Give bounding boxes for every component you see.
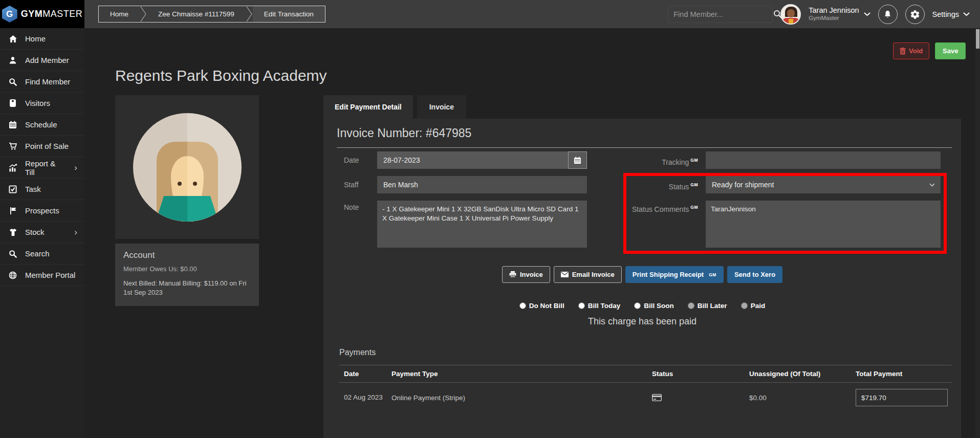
staff-input[interactable] (377, 176, 587, 193)
payment-date: 02 Aug 2023 (339, 383, 387, 411)
radio-bill-soon[interactable]: Bill Soon (634, 302, 674, 310)
date-input[interactable] (377, 151, 587, 169)
topbar: G GYMMASTER Home Zee Chmaisse #1117599 E… (0, 0, 980, 28)
user-menu[interactable]: Taran Jennison GymMaster (809, 6, 870, 22)
sidebar-item-member-portal[interactable]: Member Portal (0, 265, 84, 286)
sidebar-item-point-of-sale[interactable]: Point of Sale (0, 136, 84, 157)
charge-paid-message: This charge has been paid (323, 316, 961, 327)
flag-icon (8, 207, 17, 215)
user-name: Taran Jennison (809, 6, 859, 15)
radio-dot (634, 302, 641, 309)
sidebar-label: Report & Till (25, 159, 67, 177)
sidebar-item-home[interactable]: Home (0, 28, 84, 50)
find-member-icon (8, 78, 17, 86)
transaction-panel: Edit Payment Detail Invoice Invoice Numb… (323, 95, 961, 438)
printer-icon (509, 271, 516, 278)
member-avatar (133, 113, 242, 222)
tab-invoice[interactable]: Invoice (417, 95, 466, 119)
sidebar-label: Search (25, 249, 77, 258)
sidebar-item-visitors[interactable]: Visitors (0, 93, 84, 114)
calendar-icon (574, 157, 581, 164)
sidebar-label: Prospects (25, 206, 77, 215)
bell-icon (883, 10, 892, 19)
status-label: StatusGM (590, 176, 698, 195)
calendar-picker-button[interactable] (568, 151, 587, 169)
sidebar-label: Point of Sale (25, 142, 77, 150)
breadcrumb-separator-icon (246, 6, 253, 22)
payments-header-row: Date Payment Type Status Unassigned (Of … (339, 365, 952, 383)
payment-type: Online Payment (Stripe) (387, 383, 647, 411)
settings-label: Settings (932, 10, 959, 18)
payments-table: Date Payment Type Status Unassigned (Of … (339, 365, 952, 411)
gm-badge: GM (690, 205, 698, 210)
edit-payment-detail-body: Invoice Number: #647985 Date Staff Note … (323, 119, 961, 438)
total-payment-input[interactable] (856, 389, 948, 406)
gymmaster-app: G GYMMASTER Home Zee Chmaisse #1117599 E… (0, 0, 980, 438)
sidebar-label: Home (25, 34, 77, 43)
sidebar-item-prospects[interactable]: Prospects (0, 200, 84, 222)
tracking-input[interactable] (706, 151, 941, 169)
save-button[interactable]: Save (935, 42, 966, 59)
sidebar-item-stock[interactable]: Stock › (0, 222, 84, 243)
logo-hexagon-icon: G (2, 6, 17, 23)
sidebar-item-search[interactable]: Search (0, 243, 84, 265)
note-textarea[interactable]: - 1 X Gatekeeper Mini 1 X 32GB SanDisk U… (377, 201, 587, 248)
breadcrumb: Home Zee Chmaisse #1117599 Edit Transact… (98, 6, 325, 23)
account-heading: Account (123, 250, 251, 260)
print-shipping-receipt-button[interactable]: Print Shipping ReceiptGM (625, 266, 724, 283)
avatar-shirt-stripe (789, 19, 793, 25)
task-check-icon (8, 185, 17, 193)
sidebar-label: Task (25, 185, 77, 193)
void-button[interactable]: Void (893, 42, 929, 59)
user-avatar[interactable] (780, 4, 801, 25)
tab-edit-payment-detail[interactable]: Edit Payment Detail (323, 95, 413, 119)
status-comments-textarea[interactable]: TaranJennison (706, 201, 941, 248)
radio-bill-today[interactable]: Bill Today (578, 302, 621, 310)
brand-text: GYMMASTER (21, 9, 83, 19)
chevron-right-icon: › (74, 163, 77, 172)
sidebar-label: Add Member (25, 56, 77, 64)
radio-bill-later[interactable]: Bill Later (688, 302, 727, 310)
home-icon (8, 35, 17, 43)
radio-paid[interactable]: Paid (741, 302, 766, 310)
breadcrumb-member[interactable]: Zee Chmaisse #1117599 (147, 6, 246, 22)
sidebar-label: Find Member (25, 77, 77, 86)
col-status: Status (647, 365, 745, 382)
col-payment-type: Payment Type (387, 365, 647, 382)
add-member-icon (8, 56, 17, 64)
sidebar-label: Visitors (25, 99, 77, 107)
email-invoice-button[interactable]: Email Invoice (554, 266, 622, 283)
date-field (377, 151, 587, 169)
chart-icon (8, 164, 17, 172)
sidebar-item-find-member[interactable]: Find Member (0, 71, 84, 93)
date-label: Date (344, 151, 359, 169)
settings-gear-button[interactable] (905, 5, 925, 24)
col-total-payment: Total Payment (851, 365, 952, 382)
breadcrumb-edit-transaction[interactable]: Edit Transaction (253, 6, 325, 22)
gymmaster-logo[interactable]: G GYMMASTER (0, 0, 84, 28)
settings-menu[interactable]: Settings (932, 10, 970, 18)
gm-badge: GM (690, 158, 698, 163)
account-panel: Account Member Owes Us: $0.00 Next Bille… (115, 244, 259, 306)
sidebar-item-add-member[interactable]: Add Member (0, 50, 84, 71)
status-select[interactable]: Ready for shipment (706, 176, 941, 193)
sidebar-item-task[interactable]: Task (0, 179, 84, 200)
envelope-icon (561, 272, 569, 277)
notifications-button[interactable] (878, 5, 898, 24)
note-label: Note (344, 202, 359, 212)
sidebar-item-schedule[interactable]: Schedule (0, 114, 84, 136)
find-member-search (668, 6, 773, 23)
radio-dot (578, 302, 585, 309)
payment-total-cell (851, 383, 952, 411)
scrollbar-thumb[interactable] (976, 29, 979, 49)
breadcrumb-home[interactable]: Home (99, 6, 140, 22)
chevron-down-icon (864, 12, 870, 16)
sidebar-item-report-till[interactable]: Report & Till › (0, 157, 84, 179)
find-member-input[interactable] (673, 10, 769, 18)
radio-dot (741, 302, 748, 309)
user-org: GymMaster (809, 15, 859, 22)
invoice-button[interactable]: Invoice (502, 266, 550, 283)
send-to-xero-button[interactable]: Send to Xero (727, 266, 782, 283)
radio-do-not-bill[interactable]: Do Not Bill (519, 302, 564, 310)
status-select-value: Ready for shipment (712, 181, 774, 189)
